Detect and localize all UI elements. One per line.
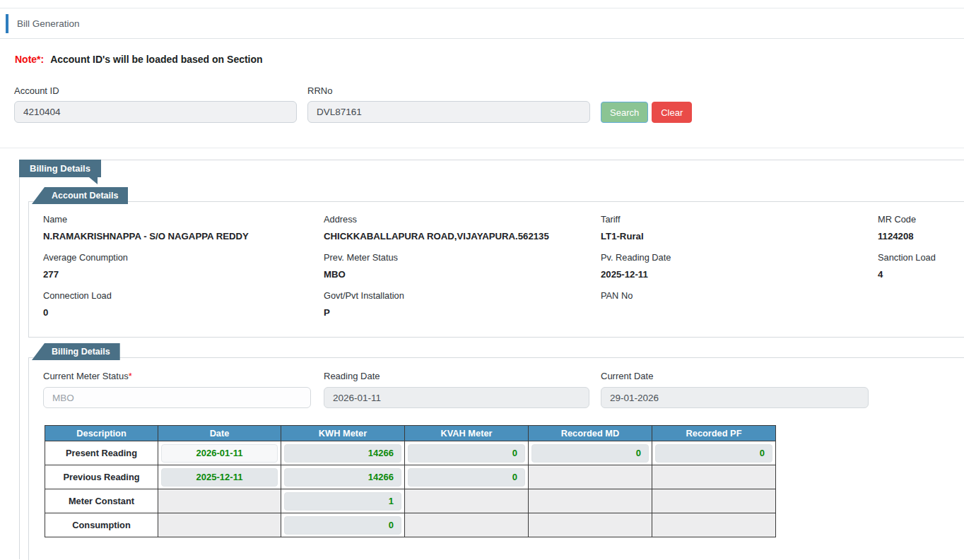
- section-divider: [0, 148, 964, 148]
- field-govt-pvt-installation: Govt/Pvt Installation P: [324, 290, 601, 318]
- col-description: Description: [45, 426, 158, 441]
- col-kvah-meter: KVAH Meter: [405, 426, 529, 441]
- empty-cell: [158, 513, 281, 537]
- field-name: Name N.RAMAKRISHNAPPA - S/O NAGAPPA REDD…: [43, 214, 324, 242]
- billing-form: Current Meter Status* Reading Date Curre…: [43, 371, 964, 408]
- field-prev-meter-status: Prev. Meter Status MBO: [324, 252, 601, 280]
- billing-details-panel-tab: Billing Details: [19, 160, 101, 177]
- readings-table-header-row: Description Date KWH Meter KVAH Meter Re…: [45, 426, 776, 441]
- col-kwh-meter: KWH Meter: [281, 426, 405, 441]
- account-id-group: Account ID: [14, 85, 297, 123]
- required-asterisk: *: [129, 371, 132, 381]
- col-date: Date: [158, 426, 281, 441]
- empty-cell: [652, 513, 776, 537]
- rrno-input[interactable]: [307, 101, 590, 123]
- current-meter-status-label: Current Meter Status*: [43, 371, 324, 381]
- row-label: Present Reading: [45, 441, 158, 465]
- reading-date-input[interactable]: [324, 387, 589, 408]
- note-prefix: Note*:: [15, 54, 44, 65]
- table-row: Previous Reading 2025-12-11 14266 0: [45, 465, 776, 489]
- field-average-consumption: Average Conumption 277: [43, 252, 324, 280]
- reading-date-label: Reading Date: [324, 371, 601, 381]
- table-row: Consumption 0: [45, 513, 776, 537]
- row-label: Consumption: [45, 513, 158, 537]
- rrno-group: RRNo: [307, 85, 590, 123]
- page-header: Bill Generation: [0, 8, 964, 39]
- billing-details-panel: Billing Details Account Details Name N.R…: [19, 160, 964, 559]
- account-details-grid: Name N.RAMAKRISHNAPPA - S/O NAGAPPA REDD…: [43, 214, 964, 318]
- reading-date-group: Reading Date: [324, 371, 601, 408]
- search-row: Account ID RRNo Search Clear: [14, 85, 964, 123]
- account-id-label: Account ID: [14, 85, 297, 96]
- present-reading-kvah-input: 0: [408, 444, 525, 463]
- col-recorded-pf: Recorded PF: [652, 426, 776, 441]
- previous-reading-kwh-input: 14266: [284, 468, 401, 487]
- present-reading-kwh-input: 14266: [284, 444, 401, 463]
- col-recorded-md: Recorded MD: [529, 426, 652, 441]
- current-date-label: Current Date: [601, 371, 878, 381]
- present-reading-md-input: 0: [531, 444, 649, 463]
- clear-button[interactable]: Clear: [652, 102, 692, 123]
- field-sanction-load: Sanction Load 4: [878, 252, 964, 280]
- previous-reading-kvah-input: 0: [408, 468, 525, 487]
- rrno-label: RRNo: [307, 85, 590, 96]
- account-id-input[interactable]: [14, 101, 297, 123]
- account-details-section: Account Details Name N.RAMAKRISHNAPPA - …: [28, 201, 964, 338]
- field-pv-reading-date: Pv. Reading Date 2025-12-11: [601, 252, 878, 280]
- note-text: Account ID's will be loaded based on Sec…: [50, 54, 263, 65]
- search-buttons: Search Clear: [601, 102, 692, 123]
- previous-reading-date-input: 2025-12-11: [161, 468, 278, 487]
- meter-constant-kwh-input: 1: [284, 492, 401, 511]
- row-label: Previous Reading: [45, 465, 158, 489]
- accent-bar: [6, 14, 8, 33]
- top-divider: [0, 0, 964, 8]
- empty-cell: [529, 489, 652, 513]
- present-reading-pf-input: 0: [655, 444, 772, 463]
- current-meter-status-group: Current Meter Status*: [43, 371, 324, 408]
- readings-table: Description Date KWH Meter KVAH Meter Re…: [45, 425, 776, 537]
- page-title: Bill Generation: [17, 18, 80, 29]
- consumption-kwh-input: 0: [284, 516, 401, 535]
- empty-cell: [405, 489, 529, 513]
- field-tariff: Tariff LT1-Rural: [601, 214, 878, 242]
- empty-cell: [652, 489, 776, 513]
- billing-details-section: Billing Details Current Meter Status* Re…: [28, 357, 964, 560]
- current-date-group: Current Date: [601, 371, 878, 408]
- present-reading-date-input[interactable]: 2026-01-11: [161, 444, 278, 463]
- note: Note*: Account ID's will be loaded based…: [15, 54, 964, 65]
- table-row: Present Reading 2026-01-11 14266 0 0 0: [45, 441, 776, 465]
- empty-cell: [529, 513, 652, 537]
- current-meter-status-input[interactable]: [43, 387, 311, 408]
- empty-cell: [405, 513, 529, 537]
- search-button[interactable]: Search: [601, 102, 648, 123]
- empty-cell: [158, 489, 281, 513]
- billing-details-ribbon: Billing Details: [32, 343, 120, 360]
- empty-cell: [529, 465, 652, 489]
- table-row: Meter Constant 1: [45, 489, 776, 513]
- field-mr-code: MR Code 1124208: [878, 214, 964, 242]
- empty-cell: [652, 465, 776, 489]
- current-date-input[interactable]: [601, 387, 869, 408]
- field-address: Address CHICKKABALLAPURA ROAD,VIJAYAPURA…: [324, 214, 601, 242]
- account-details-ribbon: Account Details: [32, 187, 128, 204]
- field-connection-load: Connection Load 0: [43, 290, 324, 318]
- field-pan-no: PAN No: [601, 290, 878, 318]
- row-label: Meter Constant: [45, 489, 158, 513]
